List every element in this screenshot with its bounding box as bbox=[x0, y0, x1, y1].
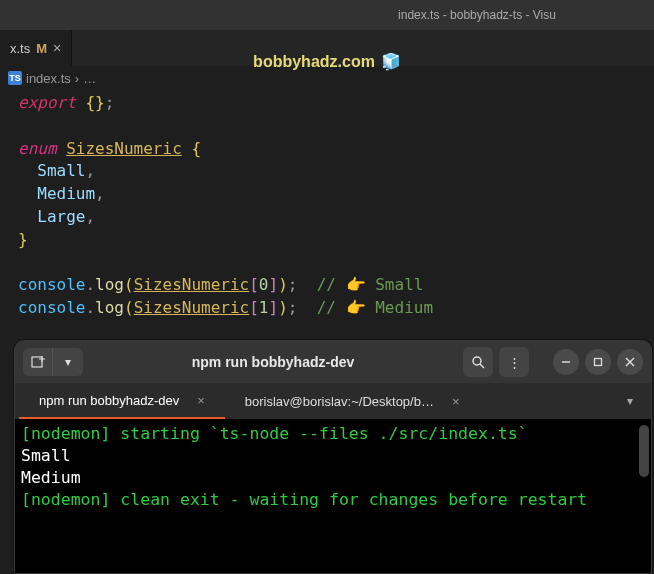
close-icon[interactable]: × bbox=[197, 393, 205, 408]
terminal-new-tab-group: ▾ bbox=[23, 348, 83, 376]
terminal-tab-active[interactable]: npm run bobbyhadz-dev × bbox=[19, 383, 225, 419]
terminal-tab-label: npm run bobbyhadz-dev bbox=[39, 393, 179, 408]
code-editor[interactable]: export {}; enum SizesNumeric { Small, Me… bbox=[0, 90, 654, 322]
breadcrumb-separator: › bbox=[75, 71, 79, 86]
search-button[interactable] bbox=[463, 347, 493, 377]
new-tab-button[interactable] bbox=[23, 348, 53, 376]
window-title-bar: index.ts - bobbyhadz-ts - Visu bbox=[0, 0, 654, 30]
terminal-tab-bar: npm run bobbyhadz-dev × borislav@borisla… bbox=[15, 383, 651, 419]
close-button[interactable] bbox=[617, 349, 643, 375]
dropdown-icon[interactable]: ▾ bbox=[53, 348, 83, 376]
terminal-output[interactable]: [nodemon] starting `ts-node --files ./sr… bbox=[15, 419, 651, 573]
svg-rect-4 bbox=[595, 359, 602, 366]
menu-button[interactable]: ⋮ bbox=[499, 347, 529, 377]
window-title: index.ts - bobbyhadz-ts - Visu bbox=[398, 8, 556, 22]
close-icon[interactable]: × bbox=[452, 394, 460, 409]
terminal-tab-menu[interactable]: ▾ bbox=[613, 383, 647, 419]
terminal-header: ▾ npm run bobbyhadz-dev ⋮ bbox=[15, 341, 651, 383]
minimize-button[interactable] bbox=[553, 349, 579, 375]
terminal-tab-label: borislav@borislav:~/Desktop/b… bbox=[245, 394, 434, 409]
cube-icon: 🧊 bbox=[381, 53, 401, 70]
scrollbar[interactable] bbox=[639, 425, 649, 477]
breadcrumb-file: index.ts bbox=[26, 71, 71, 86]
breadcrumb-more: … bbox=[83, 71, 96, 86]
watermark: bobbyhadz.com🧊 bbox=[0, 52, 654, 71]
terminal-title: npm run bobbyhadz-dev bbox=[89, 354, 457, 370]
terminal-window: ▾ npm run bobbyhadz-dev ⋮ npm run bobbyh… bbox=[14, 340, 652, 574]
svg-line-2 bbox=[480, 364, 484, 368]
ts-file-icon: TS bbox=[8, 71, 22, 85]
maximize-button[interactable] bbox=[585, 349, 611, 375]
svg-point-1 bbox=[473, 357, 481, 365]
terminal-tab[interactable]: borislav@borislav:~/Desktop/b… × bbox=[225, 383, 480, 419]
